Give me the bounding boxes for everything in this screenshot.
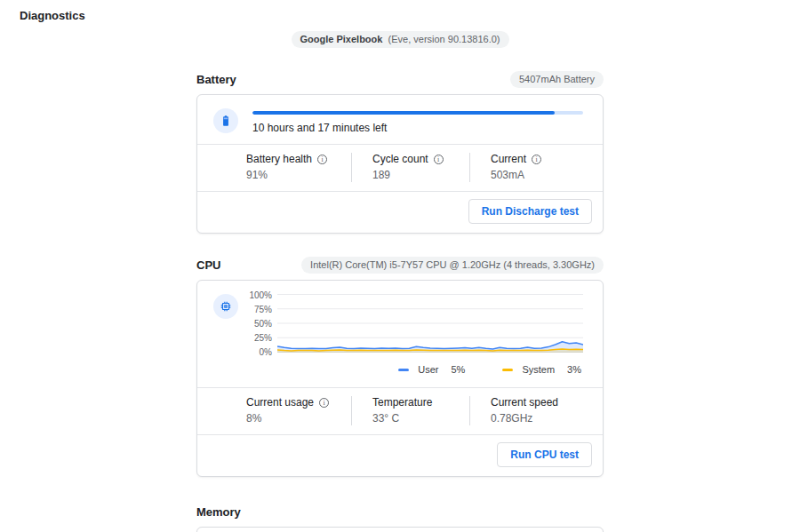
- info-icon[interactable]: i: [319, 398, 329, 408]
- cpu-usage-stat: Current usagei 8%: [246, 396, 351, 425]
- y-tick: 50%: [254, 320, 272, 329]
- page-title: Diagnostics: [0, 0, 800, 22]
- battery-icon: [213, 108, 238, 133]
- stat-value: 0.78GHz: [491, 412, 594, 425]
- stat-value: 91%: [246, 169, 342, 182]
- battery-capacity-badge: 5407mAh Battery: [510, 71, 604, 88]
- cpu-speed-stat: Current speed 0.78GHz: [469, 396, 603, 425]
- stat-label: Current usage: [246, 396, 314, 409]
- battery-card: 10 hours and 17 minutes left Battery hea…: [196, 94, 604, 234]
- cpu-temperature-stat: Temperature 33° C: [351, 396, 469, 425]
- y-tick: 75%: [254, 306, 272, 314]
- battery-section: Battery 5407mAh Battery 10 hours and 17 …: [196, 71, 604, 234]
- cpu-model-badge: Intel(R) Core(TM) i5-7Y57 CPU @ 1.20GHz …: [301, 257, 604, 274]
- battery-section-title: Battery: [196, 73, 236, 86]
- legend-label: System: [522, 364, 555, 375]
- diagnostics-content: Google Pixelbook (Eve, version 90.13816.…: [196, 30, 604, 532]
- info-icon[interactable]: i: [532, 155, 541, 164]
- cpu-card: 100% 75% 50% 25% 0% User 5%: [196, 280, 604, 477]
- stat-value: 33° C: [372, 412, 460, 425]
- chart-y-axis: 100% 75% 50% 25% 0%: [245, 294, 277, 353]
- stat-value: 503mA: [491, 169, 594, 182]
- cpu-section-title: CPU: [196, 258, 220, 272]
- cpu-chart-legend: User 5% System 3%: [245, 364, 583, 375]
- cpu-section: CPU Intel(R) Core(TM) i5-7Y57 CPU @ 1.20…: [196, 257, 604, 477]
- device-name: Google Pixelbook: [300, 34, 383, 44]
- legend-item: System 3%: [502, 364, 581, 375]
- device-badge: Google Pixelbook (Eve, version 90.13816.…: [292, 31, 509, 48]
- info-icon[interactable]: i: [317, 155, 327, 164]
- run-cpu-test-button[interactable]: Run CPU test: [497, 442, 592, 467]
- battery-health-stat: Battery healthi 91%: [246, 153, 351, 182]
- battery-progress-bar: [252, 111, 583, 115]
- legend-item: User 5%: [398, 364, 465, 375]
- cpu-usage-chart-area: 100% 75% 50% 25% 0%: [245, 294, 583, 353]
- memory-card: 4.93 GB of 7.68 GB available: [196, 527, 604, 532]
- battery-time-left: 10 hours and 17 minutes left: [252, 122, 583, 134]
- memory-section-title: Memory: [196, 505, 241, 519]
- y-tick: 100%: [249, 291, 272, 300]
- y-tick: 0%: [260, 348, 272, 357]
- stat-label: Battery health: [246, 153, 312, 166]
- cycle-count-stat: Cycle counti 189: [351, 153, 469, 182]
- stat-label: Current speed: [491, 396, 558, 409]
- cpu-usage-chart: [277, 294, 583, 353]
- legend-dash: [502, 369, 513, 371]
- y-tick: 25%: [254, 334, 272, 343]
- stat-label: Cycle count: [372, 153, 428, 166]
- stat-value: 8%: [246, 412, 342, 425]
- device-version: (Eve, version 90.13816.0): [388, 34, 500, 44]
- stat-label: Current: [491, 153, 526, 166]
- info-icon[interactable]: i: [434, 155, 444, 164]
- current-stat: Currenti 503mA: [469, 153, 603, 182]
- stat-value: 189: [372, 169, 460, 182]
- legend-label: User: [418, 364, 438, 375]
- legend-value: 3%: [567, 364, 581, 375]
- legend-value: 5%: [452, 364, 466, 375]
- legend-dash: [398, 369, 409, 371]
- memory-section: Memory 4.93 GB of 7.68 GB available: [196, 504, 604, 532]
- cpu-icon: [213, 294, 238, 319]
- stat-label: Temperature: [372, 396, 432, 409]
- run-discharge-test-button[interactable]: Run Discharge test: [468, 199, 592, 224]
- battery-progress-fill: [252, 111, 555, 115]
